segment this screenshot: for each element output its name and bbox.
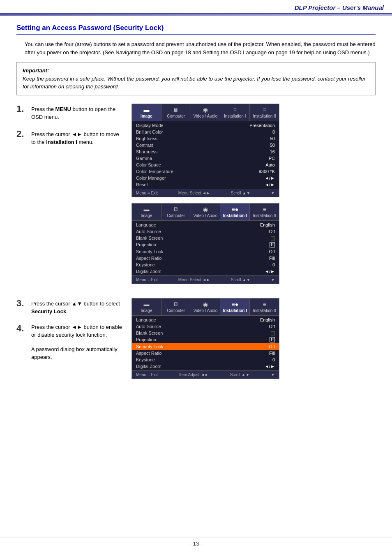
osd-tab-inst1-2: ≡● Installation I — [220, 204, 250, 220]
osd-row-reset: Reset ◄/► — [132, 181, 279, 188]
osd-row-color-manager: Color Manager ◄/► — [132, 175, 279, 181]
video-icon-3: ◉ — [203, 301, 208, 308]
osd-row-gamma: Gamma PC — [132, 155, 279, 162]
osd-row-keystone-3: Keystone 0 — [132, 356, 279, 363]
osd-tab-video-1: ◉ Video / Audio — [191, 104, 221, 121]
image-icon-2: ▬ — [143, 206, 149, 213]
osd-tab-computer-3: 🖥 Computer — [161, 298, 191, 315]
page-header: DLP Projector – User's Manual — [0, 0, 392, 14]
osd-rows-1: Display Mode Presentation Brilliant Colo… — [132, 121, 279, 189]
osd-tab-image-1: ▬ Image — [132, 104, 161, 121]
tab-label-computer-1: Computer — [167, 114, 185, 118]
manual-title: DLP Projector – User's Manual — [295, 4, 384, 11]
computer-icon-2: 🖥 — [173, 206, 179, 213]
footer-arrow-3: ▼ — [271, 372, 275, 377]
steps-left-1-2: 1. Press the MENU button to open the OSD… — [16, 104, 123, 290]
osd-row-security-lock-2: Security Lock Off — [132, 248, 279, 255]
osd-row-sharpness: Sharpness 16 — [132, 148, 279, 155]
osd-row-brilliant-color: Brilliant Color 0 — [132, 129, 279, 135]
step-3: 3. Press the cursor ▲▼ button to select … — [16, 298, 123, 316]
osd-tab-image-2: ▬ Image — [132, 204, 161, 220]
footer-exit-3: Menu = Exit — [136, 372, 158, 377]
osd-tab-inst1-3: ≡● Installation I — [220, 298, 250, 315]
osd-rows-3: Language English Auto Source Off Blank S… — [132, 316, 279, 370]
osd-row-contrast: Contrast 50 — [132, 142, 279, 148]
osd-row-auto-source-3: Auto Source Off — [132, 323, 279, 330]
step-1: 1. Press the MENU button to open the OSD… — [16, 104, 123, 121]
tab-label-inst1-1: Installation I — [224, 114, 246, 118]
tab-label-image-1: Image — [141, 114, 152, 118]
osd-row-color-temp: Color Temperature 9300 °K — [132, 168, 279, 175]
computer-icon-3: 🖥 — [173, 301, 179, 308]
osd-row-language-3: Language English — [132, 317, 279, 323]
osd-row-keystone-2: Keystone 0 — [132, 261, 279, 268]
osd-tab-inst2-1: ≡ Installation II — [250, 104, 279, 121]
step-4-number: 4. — [16, 323, 28, 334]
inst1-icon: ≡ — [233, 106, 237, 113]
osd-row-blank-screen-3: Blank Screen — [132, 330, 279, 336]
important-box: Important: Keep the password in a safe p… — [16, 62, 376, 95]
inst2-icon: ≡ — [263, 106, 266, 113]
osd-row-aspect-ratio-3: Aspect Ratio Fill — [132, 350, 279, 356]
computer-icon: 🖥 — [173, 106, 179, 113]
section-title: Setting an Access Password (Security Loc… — [16, 24, 376, 35]
video-icon: ◉ — [203, 106, 208, 113]
osd-row-projection-3: Projection P — [132, 336, 279, 343]
footer-select-2: Menu Select ◄► — [178, 278, 210, 282]
page-footer: – 13 – — [0, 537, 392, 547]
osd-row-projection-2: Projection P — [132, 241, 279, 248]
inst2-icon-2: ≡ — [263, 206, 266, 213]
osd-row-blank-screen-2: Blank Screen — [132, 235, 279, 241]
osd-menu-3: ▬ Image 🖥 Computer ◉ Video / Audio ≡● In… — [131, 298, 279, 379]
osd-menu-2: ▬ Image 🖥 Computer ◉ Video / Audio ≡● In… — [131, 203, 279, 284]
footer-scroll-1: Scroll ▲▼ — [231, 191, 251, 195]
footer-scroll-3: Scroll ▲▼ — [230, 372, 250, 377]
video-icon-2: ◉ — [203, 206, 208, 213]
osd-tab-inst2-3: ≡ Installation II — [250, 298, 279, 315]
osd-tab-computer-1: 🖥 Computer — [161, 104, 191, 121]
steps-right-3-4: ▬ Image 🖥 Computer ◉ Video / Audio ≡● In… — [131, 298, 376, 385]
blank-screen-indicator — [271, 236, 275, 240]
osd-row-display-mode: Display Mode Presentation — [132, 122, 279, 129]
step-3-text: Press the cursor ▲▼ button to select Sec… — [31, 298, 123, 316]
osd-tab-inst1-1: ≡ Installation I — [220, 104, 250, 121]
footer-arrow-2: ▼ — [271, 278, 275, 282]
footer-select-3: Item Adjust ◄► — [179, 372, 209, 377]
osd-row-security-lock-3: Security Lock Off — [132, 343, 279, 350]
osd-tab-inst2-2: ≡ Installation II — [250, 204, 279, 220]
tab-label-inst2-1: Installation II — [253, 114, 276, 118]
steps-right-1-2: ▬ Image 🖥 Computer ◉ Video / Audio ≡ Ins… — [131, 104, 376, 290]
image-icon: ▬ — [143, 106, 149, 113]
step-3-number: 3. — [16, 298, 28, 309]
step-1-text: Press the MENU button to open the OSD me… — [31, 104, 123, 121]
osd-tab-video-3: ◉ Video / Audio — [191, 298, 221, 315]
osd-row-language-2: Language English — [132, 222, 279, 228]
osd-rows-2: Language English Auto Source Off Blank S… — [132, 221, 279, 275]
step-2-number: 2. — [16, 129, 28, 139]
step-4-subtext: A password dialog box automatically appe… — [31, 345, 118, 361]
osd-row-brightness: Brightness 50 — [132, 135, 279, 142]
main-content: Setting an Access Password (Security Loc… — [0, 16, 392, 393]
footer-exit-1: Menu = Exit — [136, 191, 158, 195]
important-text: Keep the password in a safe place. Witho… — [23, 76, 366, 90]
step-2: 2. Press the cursor ◄► button to move to… — [16, 129, 123, 146]
inst1-icon-2: ≡● — [231, 206, 238, 213]
footer-scroll-2: Scroll ▲▼ — [231, 278, 251, 282]
inst2-icon-3: ≡ — [263, 301, 266, 308]
osd-row-auto-source-2: Auto Source Off — [132, 228, 279, 235]
steps-left-3-4: 3. Press the cursor ▲▼ button to select … — [16, 298, 123, 385]
step-1-number: 1. — [16, 104, 28, 114]
blank-screen-indicator-3 — [271, 331, 275, 335]
osd-menu-1: ▬ Image 🖥 Computer ◉ Video / Audio ≡ Ins… — [131, 104, 279, 197]
step-2-text: Press the cursor ◄► button to move to th… — [31, 129, 123, 146]
osd-row-aspect-ratio-2: Aspect Ratio Fill — [132, 255, 279, 261]
inst1-icon-3: ≡● — [231, 301, 238, 308]
image-icon-3: ▬ — [143, 301, 149, 308]
osd-footer-1: Menu = Exit Menu Select ◄► Scroll ▲▼ ▼ — [132, 189, 279, 197]
important-label: Important: — [23, 67, 49, 74]
footer-select-1: Menu Select ◄► — [178, 191, 210, 195]
osd-row-digital-zoom-2: Digital Zoom ◄/► — [132, 268, 279, 275]
osd-tabs-1: ▬ Image 🖥 Computer ◉ Video / Audio ≡ Ins… — [132, 104, 279, 121]
steps-1-2: 1. Press the MENU button to open the OSD… — [16, 104, 376, 290]
footer-arrow-1: ▼ — [271, 191, 275, 195]
